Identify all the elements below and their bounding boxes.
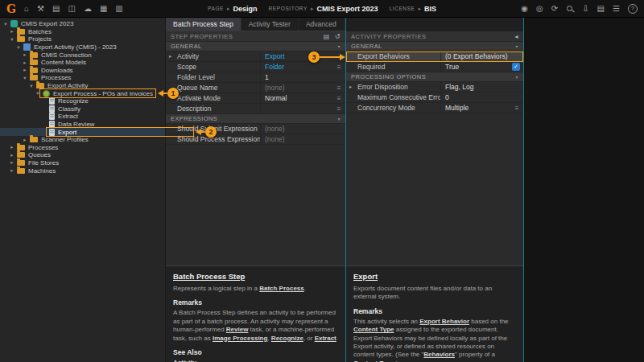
doc-link-recognize[interactable]: Recognize [271, 335, 303, 342]
doc-link-review[interactable]: Review [226, 326, 249, 333]
tree-expand-icon[interactable]: ▸ [22, 137, 28, 143]
batches-icon[interactable]: ▤ [52, 4, 60, 14]
cloud-icon[interactable]: ☁ [84, 4, 92, 14]
tab-activity-tester[interactable]: Activity Tester [242, 18, 299, 31]
tree-item-processes-root[interactable]: ▸Processes [0, 144, 165, 152]
prop-value-scope[interactable]: Folder [261, 63, 334, 71]
menu-icon[interactable]: ≡ [334, 95, 344, 102]
prop-value-maximum-consecutive-errors[interactable]: 0 [441, 93, 523, 101]
activity-section-processing-options[interactable]: PROCESSING OPTIONS▾ [346, 72, 523, 82]
step-section-expressions[interactable]: EXPRESSIONS▾ [166, 114, 345, 124]
tab-advanced[interactable]: Advanced [299, 18, 345, 31]
menu-icon[interactable]: ≡ [334, 105, 344, 113]
prop-row-activity[interactable]: ▸ActivityExport [166, 51, 345, 62]
tree-item-scanner-profiles[interactable]: ▸Scanner Profiles [0, 136, 165, 144]
tree-item-content-models[interactable]: ▸Content Models [0, 59, 165, 67]
doc-title-export[interactable]: Export [353, 272, 516, 281]
prop-row-scope[interactable]: ScopeFolder≡ [166, 62, 345, 72]
tree-item-machines[interactable]: ▸Machines [0, 167, 165, 175]
prop-row-required[interactable]: RequiredTrue✓ [346, 62, 523, 72]
prop-value-activate-mode[interactable]: Normal [261, 94, 334, 102]
tree-item-downloads[interactable]: ▸Downloads [0, 67, 165, 75]
tree-item-export-step[interactable]: Export [0, 128, 165, 136]
prop-value-folder-level[interactable]: 1 [261, 73, 345, 81]
layers-icon[interactable]: ☰ [613, 4, 620, 14]
prop-value-required[interactable]: True [441, 63, 512, 71]
tree-item-cmis-export-2023[interactable]: ▾CMIS Export 2023 [0, 20, 165, 28]
tree-item-classify[interactable]: Classify [0, 105, 165, 113]
tree-expand-icon[interactable]: ▸ [9, 144, 15, 150]
prop-row-should-submit-expression[interactable]: Should Submit Expression(none) [166, 124, 345, 134]
stats-icon[interactable]: ▦ [100, 4, 107, 14]
prop-row-error-disposition[interactable]: ▸Error DispositionFlag, Log [346, 82, 523, 93]
tree-collapse-icon[interactable]: ▾ [9, 36, 15, 43]
search-icon[interactable] [566, 5, 574, 13]
doc-link-image-processing[interactable]: Image Processing [213, 335, 267, 342]
home-icon[interactable]: ⌂ [24, 4, 29, 14]
doc-link-batch-process[interactable]: Batch Process [259, 285, 304, 292]
prop-row-concurrency-mode[interactable]: Concurrency ModeMultiple≡ [346, 103, 523, 113]
prop-row-folder-level[interactable]: Folder Level1 [166, 72, 345, 83]
collapse-icon[interactable]: ◂ [514, 33, 518, 40]
tree-item-export-activity[interactable]: ▾Export Activity [0, 82, 165, 90]
reports-icon[interactable]: ▥ [115, 4, 122, 14]
menu-icon[interactable]: ≡ [334, 64, 344, 71]
record-icon[interactable]: ◉ [521, 4, 528, 14]
tree-item-processes-project[interactable]: ▾Processes [0, 74, 165, 82]
tree-expand-icon[interactable]: ▸ [9, 159, 15, 166]
prop-value-should-submit-expression[interactable]: (none) [261, 125, 345, 133]
tree-collapse-icon[interactable]: ▾ [22, 75, 28, 81]
doc-link-content-type[interactable]: Content Type [353, 326, 394, 333]
prop-value-error-disposition[interactable]: Flag, Log [441, 83, 523, 91]
save-icon[interactable]: ▤ [597, 4, 605, 14]
tree-item-data-review[interactable]: Data Review [0, 121, 165, 129]
tree-expand-icon[interactable]: ▸ [22, 60, 28, 66]
expander-icon[interactable]: ▸ [169, 53, 171, 60]
doc-link-activity[interactable]: Activity [173, 359, 196, 362]
tree-item-extract[interactable]: Extract [0, 113, 165, 121]
imaging-icon[interactable]: ◫ [68, 4, 75, 14]
doc-title-batch-process-step[interactable]: Batch Process Step [173, 272, 338, 281]
tree-expand-icon[interactable]: ▸ [9, 167, 15, 174]
breadcrumb-page[interactable]: PAGE▸Design [208, 5, 258, 13]
tree-item-projects[interactable]: ▾Projects [0, 35, 165, 43]
prop-row-maximum-consecutive-errors[interactable]: Maximum Consecutive Errors0 [346, 93, 523, 103]
prop-row-export-behaviors[interactable]: Export Behaviors(0 Export Behaviors) [346, 51, 523, 62]
tree-expand-icon[interactable]: ▸ [9, 28, 15, 35]
save-icon[interactable]: ▤ [324, 33, 330, 40]
tree-item-file-stores[interactable]: ▸File Stores [0, 159, 165, 167]
doc-link-extract[interactable]: Extract [315, 335, 336, 342]
prop-value-queue-name[interactable]: (none) [261, 84, 334, 92]
tree-collapse-icon[interactable]: ▾ [2, 21, 9, 27]
prop-row-activate-mode[interactable]: Activate ModeNormal≡ [166, 93, 345, 104]
prop-row-description[interactable]: Description≡ [166, 104, 345, 114]
tree-collapse-icon[interactable]: ▾ [28, 83, 35, 89]
tools-icon[interactable]: ⚒ [37, 4, 44, 14]
tree-item-queues[interactable]: ▸Queues [0, 151, 165, 159]
breadcrumb-repository[interactable]: REPOSITORY▸CMIS Export 2023 [269, 5, 378, 13]
tree-expand-icon[interactable]: ▸ [22, 51, 28, 58]
prop-value-activity[interactable]: Export [261, 52, 345, 60]
tree-item-export-activity-cmis-2023[interactable]: ▾Export Activity (CMIS) - 2023 [0, 43, 165, 51]
activity-section-general[interactable]: GENERAL▾ [346, 42, 523, 51]
tree-expand-icon[interactable]: ▸ [22, 67, 28, 73]
prop-value-concurrency-mode[interactable]: Multiple [441, 104, 512, 112]
tab-batch-process-step[interactable]: Batch Process Step [166, 18, 242, 31]
doc-link-export-behavior[interactable]: Export Behavior [419, 318, 469, 325]
doc-link-behaviors[interactable]: Behaviors [423, 351, 455, 358]
checkbox-checked-icon[interactable]: ✓ [512, 63, 520, 71]
refresh-icon[interactable]: ⟳ [551, 4, 558, 14]
help-icon[interactable]: ? [628, 4, 638, 14]
step-section-general[interactable]: GENERAL▾ [166, 42, 345, 51]
download-icon[interactable]: ⇩ [582, 4, 588, 14]
tree-item-cmis-connection[interactable]: ▸CMIS Connection [0, 51, 165, 59]
revert-icon[interactable]: ↺ [335, 33, 341, 40]
tree-item-recognize[interactable]: Recognize [0, 97, 165, 105]
breadcrumb-license[interactable]: LICENSE▸BIS [390, 5, 437, 13]
tree-collapse-icon[interactable]: ▾ [15, 44, 22, 51]
stop-icon[interactable]: ◎ [536, 4, 543, 14]
prop-value-export-behaviors[interactable]: (0 Export Behaviors) [441, 52, 523, 60]
prop-value-should-process-expression[interactable]: (none) [261, 135, 345, 143]
menu-icon[interactable]: ≡ [512, 105, 522, 112]
menu-icon[interactable]: ≡ [334, 84, 344, 92]
